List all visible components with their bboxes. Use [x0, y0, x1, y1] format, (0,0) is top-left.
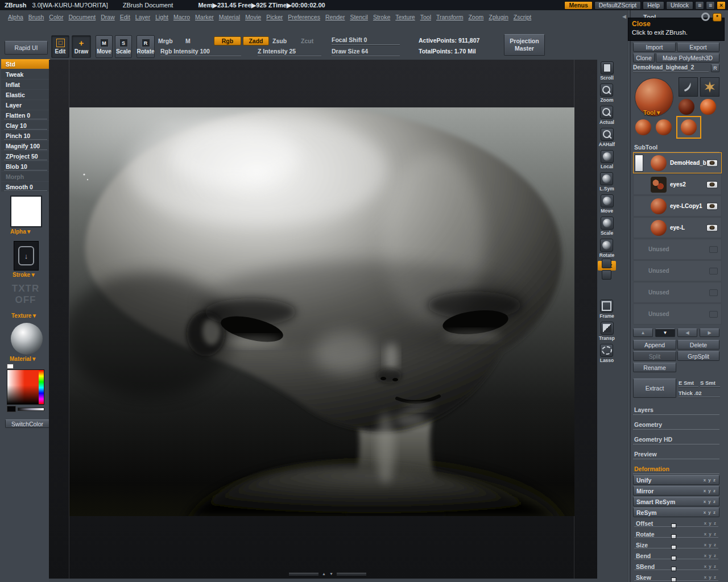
zadd-button[interactable]: Zadd: [243, 36, 269, 45]
material-palette-label[interactable]: Material▼: [10, 356, 37, 362]
unlock-button[interactable]: Unlock: [666, 1, 693, 10]
mini-tool-icon-2[interactable]: [602, 270, 611, 280]
tool-dropdown-label[interactable]: Tool▼: [643, 109, 661, 116]
grpsplit-button[interactable]: GrpSplit: [677, 351, 719, 361]
menu-item[interactable]: Zoom: [468, 14, 483, 20]
texture-palette-label[interactable]: Texture▼: [11, 313, 37, 319]
m-button[interactable]: M: [185, 38, 191, 44]
rotate-button[interactable]: R Rotate: [136, 35, 155, 58]
canvas-tool[interactable]: Frame: [599, 300, 614, 319]
color-picker[interactable]: [7, 369, 44, 405]
brush-item[interactable]: Clay 10: [1, 120, 50, 130]
visibility-eye-icon[interactable]: [706, 181, 718, 188]
split-button[interactable]: Split: [633, 351, 676, 361]
menu-item[interactable]: Layer: [135, 14, 150, 20]
subtool-down-button[interactable]: ▼: [655, 329, 675, 337]
menu-item[interactable]: Macro: [173, 14, 190, 20]
subtool-item[interactable]: DemoHead_bigh: [633, 152, 722, 173]
brush-item[interactable]: Flatten 0: [1, 110, 50, 120]
deformation-button[interactable]: Unify x y z: [633, 475, 719, 485]
brush-item[interactable]: Pinch 10: [1, 131, 50, 140]
menu-item[interactable]: Alpha: [8, 14, 23, 20]
menu-item[interactable]: Texture: [395, 14, 415, 20]
subtool-left-button[interactable]: ◀: [677, 329, 697, 337]
canvas-tool[interactable]: Scroll: [600, 61, 614, 81]
axes-toggle[interactable]: x y z: [704, 575, 717, 580]
axes-toggle[interactable]: x y z: [704, 499, 716, 504]
axes-toggle[interactable]: x y z: [704, 553, 717, 558]
visibility-eye-icon[interactable]: [706, 202, 718, 210]
rapid-ui-button[interactable]: Rapid UI: [5, 41, 48, 55]
rename-r-button[interactable]: R: [711, 64, 719, 72]
close-button[interactable]: ×: [717, 1, 726, 10]
subtool-up-button[interactable]: ▲: [633, 329, 653, 337]
axes-toggle[interactable]: x y z: [704, 564, 717, 569]
current-color-swatch[interactable]: [7, 406, 16, 412]
menu-item[interactable]: Color: [49, 14, 63, 20]
zcut-button[interactable]: Zcut: [301, 38, 313, 44]
menu-item[interactable]: Brush: [28, 14, 44, 20]
brush-item[interactable]: Elastic: [1, 90, 50, 99]
canvas-tool[interactable]: Transp: [599, 322, 615, 341]
subtool-right-button[interactable]: ▶: [700, 329, 719, 337]
canvas-tool[interactable]: Move: [601, 194, 614, 214]
deformation-button[interactable]: Smart ReSym x y z: [633, 497, 719, 506]
menu-item[interactable]: Zplugin: [489, 14, 508, 20]
delete-button[interactable]: Delete: [677, 340, 719, 350]
tool-slot-star[interactable]: [700, 77, 719, 97]
rgb-intensity-slider[interactable]: Rgb Intensity 100: [160, 48, 241, 56]
brush-item[interactable]: Std: [1, 59, 50, 69]
palette-section-header[interactable]: Layers: [633, 406, 719, 415]
menu-item[interactable]: Preferences: [288, 14, 320, 20]
zbrush-document-canvas[interactable]: [69, 107, 574, 516]
tool-slot-sphere-red[interactable]: [700, 99, 716, 115]
subtool-item[interactable]: Unused: [633, 239, 722, 260]
palette-section-header[interactable]: Geometry HD: [633, 435, 719, 444]
tool-slot-sphere-1[interactable]: [635, 119, 651, 135]
viewport[interactable]: ▲ ▼: [49, 60, 597, 579]
panel-orange-icon[interactable]: *: [713, 13, 722, 22]
brush-item[interactable]: ZProject 50: [1, 151, 50, 161]
canvas-tool[interactable]: Rotate: [599, 239, 614, 258]
tool-slot-selected[interactable]: [676, 116, 701, 139]
import-button[interactable]: Import: [633, 43, 676, 52]
rgb-button[interactable]: Rgb: [214, 36, 241, 45]
mini-tool-icon-1[interactable]: [602, 259, 611, 268]
scale-button[interactable]: S Scale: [115, 35, 132, 58]
projection-master-button[interactable]: Projection Master: [504, 34, 545, 56]
menu-item[interactable]: Marker: [195, 14, 214, 20]
s-smt-toggle[interactable]: S Smt: [700, 380, 720, 387]
e-smt-toggle[interactable]: E Smt: [679, 380, 698, 387]
axes-toggle[interactable]: x y z: [704, 542, 717, 547]
brush-item[interactable]: Smooth 0: [1, 182, 50, 192]
brush-item[interactable]: Magnify 100: [1, 141, 50, 151]
secondary-color-swatch[interactable]: [7, 364, 14, 369]
axes-toggle[interactable]: x y z: [704, 477, 716, 483]
brush-item[interactable]: Tweak: [1, 69, 50, 79]
menu-item[interactable]: Light: [155, 14, 168, 20]
material-thumbnail[interactable]: [11, 323, 43, 355]
menu-item[interactable]: Movie: [245, 14, 261, 20]
extract-button[interactable]: Extract: [633, 379, 676, 398]
canvas-tool[interactable]: L.Sym: [599, 172, 614, 192]
move-button[interactable]: M Move: [96, 35, 113, 58]
default-zscript-button[interactable]: DefaultZScript: [594, 1, 642, 10]
panel-circle-icon[interactable]: [701, 13, 710, 21]
draw-button[interactable]: + Draw: [72, 35, 91, 58]
canvas-tool[interactable]: AAHalf: [599, 128, 615, 147]
deformation-slider[interactable]: Offset x y z: [633, 518, 719, 528]
tray-collapse-icon[interactable]: ◀: [622, 14, 626, 19]
help-button[interactable]: Help: [643, 1, 664, 10]
menu-item[interactable]: Transform: [436, 14, 463, 20]
append-button[interactable]: Append: [633, 340, 676, 350]
subtool-item[interactable]: eyes2: [633, 174, 722, 195]
deformation-section-header[interactable]: Deformation: [633, 465, 719, 474]
menu-item[interactable]: Document: [68, 14, 96, 20]
palette-section-header[interactable]: Preview: [633, 450, 719, 459]
canvas-tool[interactable]: Local: [601, 150, 614, 169]
draw-size-slider[interactable]: Draw Size 64: [332, 48, 400, 56]
stroke-thumbnail[interactable]: ↓: [14, 241, 39, 271]
axes-toggle[interactable]: x y z: [704, 531, 717, 537]
deformation-button[interactable]: Mirror x y z: [633, 486, 719, 496]
deformation-slider[interactable]: Size x y z: [633, 540, 719, 550]
